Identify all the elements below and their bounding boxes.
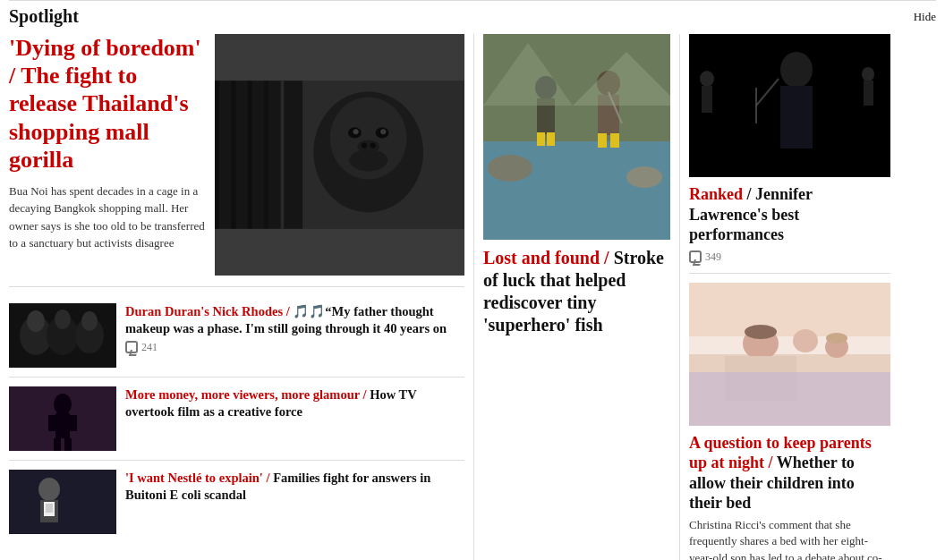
feature-text: 'Dying of boredom' / The fight to releas… bbox=[9, 34, 206, 276]
cosleep-description: Christina Ricci's comment that she frequ… bbox=[689, 517, 890, 561]
svg-rect-16 bbox=[281, 81, 285, 229]
middle-heading[interactable]: Lost and found / Stroke of luck that hel… bbox=[483, 247, 670, 336]
svg-point-10 bbox=[380, 129, 386, 134]
tv-image bbox=[9, 386, 116, 451]
svg-point-9 bbox=[353, 129, 359, 134]
svg-rect-36 bbox=[46, 504, 53, 513]
svg-point-26 bbox=[54, 394, 72, 415]
svg-rect-15 bbox=[215, 81, 302, 229]
duran-comments: 241 bbox=[141, 341, 158, 354]
fish-image[interactable] bbox=[483, 34, 670, 240]
page-wrapper: Spotlight Hide 'Dying of boredom' / The … bbox=[0, 0, 945, 560]
middle-col: Lost and found / Stroke of luck that hel… bbox=[483, 34, 680, 560]
svg-rect-31 bbox=[64, 438, 72, 451]
feature-description: Bua Noi has spent decades in a cage in a… bbox=[9, 182, 206, 252]
cosleep-heading: A question to keep parents up at night /… bbox=[689, 433, 890, 513]
nestle-heading: 'I want Nestlé to explain' / Families fi… bbox=[125, 470, 464, 504]
right-col: Ranked / Jennifer Lawrence's best perfor… bbox=[689, 34, 890, 560]
duran-image bbox=[9, 303, 116, 368]
middle-heading-highlight: Lost and found / bbox=[483, 248, 614, 267]
small-card-duran[interactable]: Duran Duran's Nick Rhodes / 🎵🎵“My father… bbox=[9, 294, 464, 378]
svg-rect-30 bbox=[54, 438, 61, 451]
small-card-tv[interactable]: More money, more viewers, more glamour /… bbox=[9, 378, 464, 461]
nestle-content: 'I want Nestlé to explain' / Families fi… bbox=[125, 470, 464, 534]
spotlight-title: Spotlight bbox=[9, 6, 79, 27]
duran-heading-highlight: Duran Duran's Nick Rhodes / bbox=[125, 304, 293, 318]
svg-point-39 bbox=[488, 155, 532, 182]
svg-point-72 bbox=[826, 333, 847, 344]
svg-point-22 bbox=[55, 310, 71, 329]
svg-rect-44 bbox=[547, 132, 555, 146]
feature-left: 'Dying of boredom' / The fight to releas… bbox=[9, 34, 474, 560]
duran-heading: Duran Duran's Nick Rhodes / 🎵🎵“My father… bbox=[125, 303, 464, 337]
svg-point-21 bbox=[27, 310, 45, 332]
svg-rect-65 bbox=[689, 336, 890, 354]
jennifer-heading: Ranked / Jennifer Lawrence's best perfor… bbox=[689, 184, 890, 245]
svg-rect-28 bbox=[48, 415, 55, 431]
svg-point-14 bbox=[349, 149, 387, 172]
svg-rect-32 bbox=[9, 470, 116, 534]
jennifer-comments: 349 bbox=[705, 250, 721, 264]
jennifer-comment-icon bbox=[689, 250, 702, 263]
svg-rect-48 bbox=[610, 133, 619, 148]
right-card-cosleep[interactable]: A question to keep parents up at night /… bbox=[689, 273, 890, 561]
svg-point-68 bbox=[793, 329, 818, 352]
svg-rect-62 bbox=[689, 34, 890, 177]
nestle-image bbox=[9, 470, 116, 534]
svg-point-40 bbox=[626, 166, 662, 188]
svg-rect-27 bbox=[55, 413, 70, 438]
spotlight-header: Spotlight Hide bbox=[9, 0, 936, 34]
jennifer-heading-highlight: Ranked bbox=[689, 185, 747, 203]
small-cards: Duran Duran's Nick Rhodes / 🎵🎵“My father… bbox=[9, 294, 464, 543]
svg-point-13 bbox=[370, 143, 376, 148]
svg-point-33 bbox=[38, 478, 60, 501]
feature-left-top: 'Dying of boredom' / The fight to releas… bbox=[9, 34, 464, 287]
gorilla-image[interactable] bbox=[215, 34, 464, 276]
svg-rect-43 bbox=[537, 132, 545, 146]
duran-content: Duran Duran's Nick Rhodes / 🎵🎵“My father… bbox=[125, 303, 464, 368]
cosleep-image bbox=[689, 283, 890, 426]
tv-content: More money, more viewers, more glamour /… bbox=[125, 386, 464, 451]
duran-heading-icon: 🎵🎵 bbox=[293, 304, 325, 318]
duran-comment-count: 241 bbox=[125, 341, 464, 354]
jennifer-image bbox=[689, 34, 890, 177]
main-grid: 'Dying of boredom' / The fight to releas… bbox=[9, 34, 936, 560]
right-card-jennifer[interactable]: Ranked / Jennifer Lawrence's best perfor… bbox=[689, 34, 890, 264]
svg-rect-29 bbox=[70, 415, 77, 431]
svg-point-71 bbox=[745, 325, 777, 339]
svg-rect-47 bbox=[598, 133, 607, 148]
svg-point-12 bbox=[362, 143, 367, 148]
tv-heading: More money, more viewers, more glamour /… bbox=[125, 386, 464, 420]
feature-heading[interactable]: 'Dying of boredom' / The fight to releas… bbox=[9, 34, 206, 174]
hide-link[interactable]: Hide bbox=[914, 10, 936, 24]
jennifer-comment-count: 349 bbox=[689, 250, 890, 264]
svg-rect-70 bbox=[689, 372, 890, 426]
small-card-nestle[interactable]: 'I want Nestlé to explain' / Families fi… bbox=[9, 461, 464, 543]
comment-icon bbox=[125, 341, 138, 353]
svg-point-23 bbox=[81, 311, 98, 331]
